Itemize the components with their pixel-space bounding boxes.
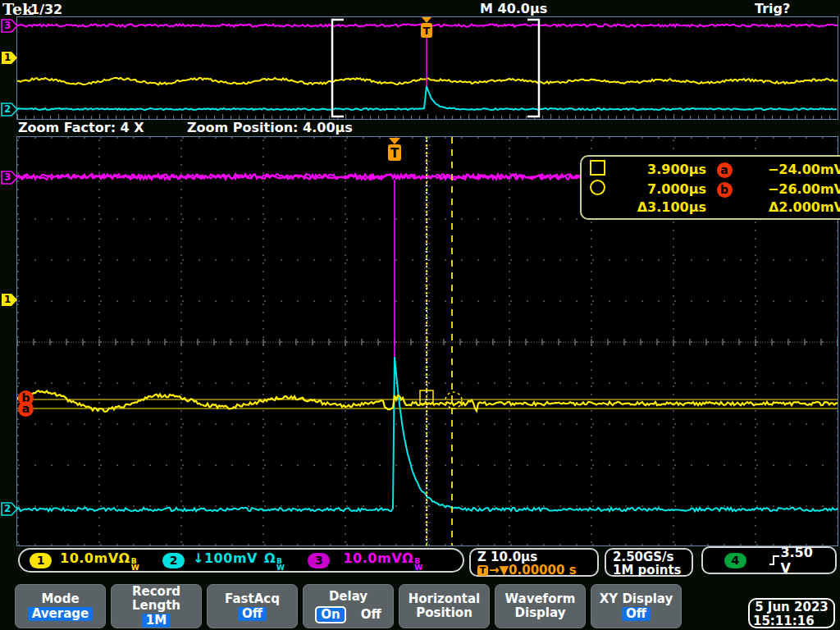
zoom-bracket-right	[527, 20, 539, 116]
cursor-b-circle-icon	[590, 180, 605, 195]
delay-value: 0.00000 s	[509, 564, 576, 577]
zoom-scale-readout: Z 10.0µs	[477, 550, 591, 564]
zoom-factor-readout: Zoom Factor: 4 X	[18, 120, 144, 135]
ch3-marker-overview[interactable]: 3	[1, 19, 19, 33]
overview-waveform-window: T	[16, 16, 838, 120]
xy-display-value: Off	[622, 607, 651, 621]
acquisition-box[interactable]: 2.50GS/s 1M points	[605, 548, 693, 577]
zoom-bracket-left	[332, 20, 344, 116]
cursor-b-level: −26.00mV	[742, 181, 840, 197]
ch2-marker-overview[interactable]: 2	[1, 103, 19, 116]
record-length-value: 1M	[142, 614, 171, 628]
xy-display-button[interactable]: XY Display Off	[591, 584, 682, 628]
trigger-position-icon[interactable]: T	[421, 17, 432, 38]
ch1-marker-overview[interactable]: 1	[1, 51, 19, 65]
channel-scale-bar: 1 10.0mVΩBW 2 ↓100mVΩBW 3 10.0mVΩBW	[18, 548, 464, 573]
ch1-trace-overview	[17, 78, 838, 85]
record-length-button[interactable]: Record Length 1M	[111, 584, 202, 628]
delay-arrows: →▼	[489, 564, 509, 577]
ch1-badge: 1	[30, 553, 52, 568]
ch1-bandwidth-icon: BW	[131, 558, 139, 571]
cursor-a-badge: a	[717, 162, 733, 178]
delay-on-toggle[interactable]: On	[315, 606, 345, 623]
trigger-level: 3.50 V	[780, 545, 827, 576]
ch3-bandwidth-icon: BW	[414, 558, 422, 571]
ch2-marker-main[interactable]: 2	[1, 502, 19, 516]
ch3-badge: 3	[308, 553, 330, 568]
record-points: 1M points	[613, 564, 685, 577]
ch2-trace-overview	[17, 86, 837, 110]
cursor-b-time: 7.000µs	[614, 181, 706, 197]
overview-ticks	[17, 114, 838, 119]
fastacq-button[interactable]: FastAcq Off	[207, 584, 298, 628]
cursor-b-badge: b	[717, 182, 733, 198]
cursor-delta-level: Δ2.000mV	[742, 199, 840, 215]
trigger-box[interactable]: 4 3.50 V	[701, 546, 837, 574]
horizontal-position-button[interactable]: Horizontal Position	[399, 584, 490, 628]
delay-readout: T→▼0.00000 s	[477, 564, 591, 577]
rising-edge-icon	[768, 554, 781, 567]
trigger-position-icon[interactable]: T	[388, 138, 401, 161]
datetime-box: 5 Jun 2023 15:11:16	[748, 598, 835, 628]
time: 15:11:16	[753, 614, 830, 628]
delay-off-toggle[interactable]: Off	[361, 608, 381, 622]
zoom-timebase-box[interactable]: Z 10.0µs T→▼0.00000 s	[469, 548, 599, 577]
ch2-badge: 2	[162, 553, 185, 568]
waveform-display-button[interactable]: Waveform Display	[495, 584, 586, 628]
cursor-readout-box: 3.900µs a −24.00mV 7.000µs b −26.00mV Δ3…	[580, 155, 840, 220]
zoom-position-readout: Zoom Position: 4.00µs	[187, 120, 353, 135]
ch2-scale-readout[interactable]: 2 ↓100mVΩBW	[162, 550, 285, 571]
acquisition-counter: 1/32	[30, 2, 62, 17]
svg-text:T: T	[423, 25, 431, 37]
fastacq-value: Off	[238, 607, 267, 621]
ch1-scale-readout[interactable]: 1 10.0mVΩBW	[30, 550, 139, 571]
date: 5 Jun 2023	[753, 600, 830, 614]
cursor-a-level-badge[interactable]: a	[18, 401, 34, 417]
cursor-a-time: 3.900µs	[614, 162, 706, 177]
cursor-delta-time: Δ3.100µs	[614, 199, 706, 215]
oscilloscope-screen: Tek 1/32 M 40.0µs Trig? T 3 1 2 Zoom Fac…	[0, 0, 840, 630]
sample-rate: 2.50GS/s	[613, 550, 685, 564]
mode-value: Average	[28, 607, 93, 621]
ch2-bandwidth-icon: BW	[276, 558, 285, 571]
ch1-marker-main[interactable]: 1	[1, 293, 19, 307]
main-timebase-readout: M 40.0µs	[480, 1, 547, 16]
bottom-menu: Mode Average Record Length 1M FastAcq Of…	[15, 584, 682, 628]
trigger-status: Trig?	[755, 1, 790, 16]
cursor-a-level: −24.00mV	[742, 162, 840, 177]
ch3-scale-readout[interactable]: 3 10.0mVΩBW	[308, 550, 422, 571]
mode-button[interactable]: Mode Average	[15, 584, 106, 628]
trigger-source-badge: 4	[724, 553, 746, 568]
trigger-flag-icon: T	[477, 565, 488, 576]
ch3-marker-main[interactable]: 3	[1, 171, 19, 185]
ch2-invert-icon: ↓	[193, 550, 204, 566]
overview-svg: T	[17, 17, 838, 119]
ch2-trace	[17, 357, 838, 511]
cursor-a-square-icon	[590, 160, 605, 176]
svg-text:T: T	[390, 146, 399, 161]
tek-logo: Tek	[2, 0, 33, 18]
delay-button[interactable]: Delay On Off	[303, 584, 394, 628]
